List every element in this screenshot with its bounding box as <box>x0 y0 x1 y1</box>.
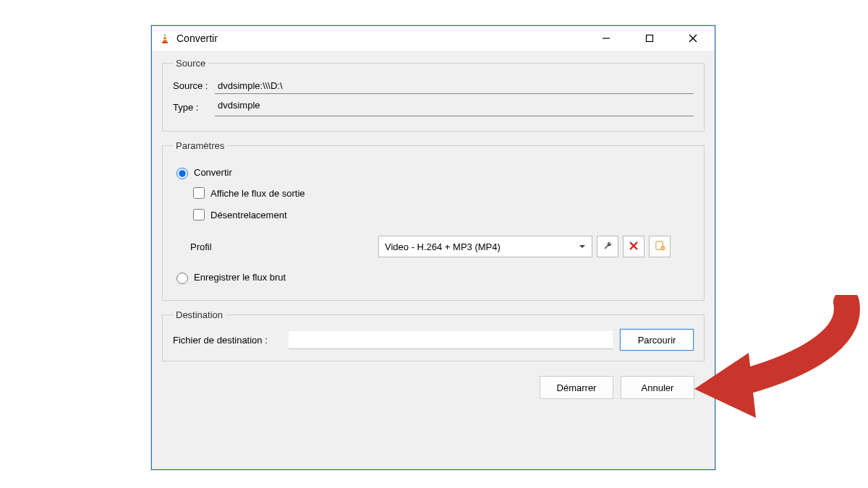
chevron-down-icon <box>579 241 586 252</box>
close-button[interactable] <box>671 26 715 51</box>
convert-radio-label: Convertir <box>194 167 232 178</box>
deinterlace-label: Désentrelacement <box>210 210 287 221</box>
browse-button-label: Parcourir <box>638 335 676 346</box>
dump-raw-radio[interactable] <box>176 273 188 284</box>
show-output-label: Affiche le flux de sortie <box>210 188 305 199</box>
show-output-checkbox[interactable] <box>193 187 205 199</box>
dialog-footer: Démarrer Annuler <box>162 370 705 399</box>
source-group: Source Source : Type : dvdsimple <box>162 58 705 132</box>
convert-radio[interactable] <box>176 168 188 179</box>
svg-rect-1 <box>163 36 166 37</box>
svg-rect-4 <box>647 35 653 42</box>
vlc-cone-icon <box>159 33 171 44</box>
dump-raw-label: Enregistrer le flux brut <box>194 272 286 283</box>
wrench-icon <box>603 240 613 253</box>
minimize-button[interactable] <box>584 26 628 51</box>
deinterlace-checkbox[interactable] <box>193 209 205 221</box>
dialog-content: Source Source : Type : dvdsimple Paramèt… <box>152 51 715 409</box>
delete-profile-button[interactable] <box>623 236 644 257</box>
source-legend: Source <box>173 58 208 69</box>
profile-label: Profil <box>190 241 378 252</box>
source-input[interactable] <box>215 77 694 94</box>
start-button-label: Démarrer <box>557 382 597 393</box>
new-profile-button[interactable] <box>649 236 671 257</box>
destination-legend: Destination <box>173 309 226 320</box>
browse-button[interactable]: Parcourir <box>620 329 694 351</box>
delete-icon <box>629 241 639 253</box>
svg-rect-0 <box>162 42 168 43</box>
parameters-group: Paramètres Convertir Affiche le flux de … <box>162 140 705 301</box>
profile-selected-value: Video - H.264 + MP3 (MP4) <box>385 241 501 252</box>
destination-file-input[interactable] <box>289 331 613 349</box>
cancel-button[interactable]: Annuler <box>621 376 694 399</box>
titlebar: Convertir <box>152 26 715 51</box>
svg-rect-2 <box>163 39 167 40</box>
new-profile-icon <box>655 240 665 253</box>
edit-profile-button[interactable] <box>597 236 618 257</box>
destination-file-label: Fichier de destination : <box>173 335 289 346</box>
parameters-legend: Paramètres <box>173 140 227 151</box>
convert-dialog: Convertir Source Source : Type : dvdsimp… <box>151 25 715 470</box>
window-controls <box>584 26 715 51</box>
start-button[interactable]: Démarrer <box>540 376 613 399</box>
window-title: Convertir <box>176 33 584 44</box>
source-label: Source : <box>173 80 215 91</box>
type-value: dvdsimple <box>215 98 694 116</box>
destination-group: Destination Fichier de destination : Par… <box>162 309 705 361</box>
maximize-button[interactable] <box>628 26 671 51</box>
type-label: Type : <box>173 102 215 113</box>
cancel-button-label: Annuler <box>642 382 674 393</box>
profile-select[interactable]: Video - H.264 + MP3 (MP4) <box>378 236 592 257</box>
